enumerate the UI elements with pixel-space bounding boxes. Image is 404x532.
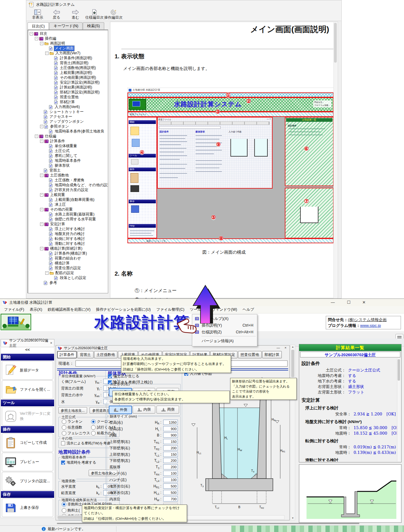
formula-radio[interactable]: フェレニウス — [62, 431, 90, 436]
sidebar-item-1[interactable]: ファイルを開く... — [2, 380, 53, 399]
tree-item[interactable]: 参考 — [28, 280, 108, 285]
value-input[interactable]: 100 — [163, 471, 178, 476]
tree-item[interactable]: 段落としの設定 — [28, 275, 108, 280]
value-input[interactable]: 900 — [163, 432, 178, 438]
wall-shape-button[interactable]: 両側 — [156, 406, 179, 414]
tree-item[interactable]: 滑動に対する検討 — [28, 241, 108, 246]
doc-tab-9[interactable]: 部材計算 — [262, 351, 282, 358]
expand-box-icon[interactable]: − — [45, 52, 49, 55]
tree-item[interactable]: −上載荷重 — [28, 192, 108, 197]
tree-item[interactable]: 凍上圧 — [28, 202, 108, 207]
tree-item[interactable]: 転倒に対する検討 — [28, 236, 108, 241]
angle-method-radio[interactable]: 飽和土( — [62, 508, 80, 513]
tree-item[interactable]: −安定計算 — [28, 222, 108, 226]
menu-item[interactable]: 表示(X) — [27, 306, 45, 313]
tree-item[interactable]: 躯体形状 — [28, 163, 108, 168]
value-input[interactable]: 900 — [163, 426, 178, 431]
doc-minimize-button[interactable]: — — [277, 346, 280, 349]
menu-item[interactable]: 鉄筋確認画面を前面に(V) — [45, 306, 93, 313]
value-input[interactable]: 200 — [163, 445, 178, 451]
doc-vertical-scrollbar[interactable]: ▲▼ — [290, 345, 295, 520]
sidebar-item-0[interactable]: 上書き保存 — [2, 498, 53, 517]
tree-item[interactable]: −参照ボタン — [28, 124, 108, 129]
tree-item[interactable]: 上載荷重(自動車荷重他) — [28, 197, 108, 202]
help-contents-tree[interactable]: −目次−操作編−画面説明メイン画面−入力画面(Ver7)計算条件(画面説明)背面… — [28, 30, 108, 293]
tree-item[interactable]: 安定計算設定(画面説明) — [28, 80, 108, 85]
tree-item[interactable]: 部材計算 — [28, 100, 108, 104]
tree-item[interactable]: −構造計算(部材計算) — [28, 246, 108, 251]
tree-item[interactable]: 地震時基本条件 — [28, 158, 108, 163]
maximize-button[interactable]: ☐ — [342, 299, 356, 306]
tree-item[interactable]: 背面土(画面説明) — [28, 60, 108, 65]
sidebar-item-0[interactable]: 新規データ — [2, 361, 53, 380]
sidebar-item-1[interactable]: プレビュー — [2, 453, 53, 471]
tree-item[interactable]: 浮上に対する検討 — [28, 226, 108, 231]
value-input[interactable]: 1350 — [163, 420, 178, 425]
results-scrollbar[interactable] — [397, 358, 401, 461]
tree-item[interactable]: 地盤支持力の検討 — [28, 231, 108, 236]
tree-item[interactable]: −操作編 — [28, 36, 108, 41]
program-link[interactable]: www.sipc.jp — [360, 323, 381, 328]
tree-item[interactable]: 土圧係数・摩擦角 — [28, 178, 108, 183]
tree-item[interactable]: 地震時基本条件(参照土地改良 — [28, 129, 108, 134]
value-input[interactable]: 200 — [163, 464, 178, 469]
help-toolbar-button[interactable]: ?操作編目次 — [104, 9, 123, 21]
value-input[interactable]: 150 — [163, 452, 178, 457]
document-tab[interactable]: サンプル2026030702偏土圧 × — [1, 339, 54, 346]
tree-item[interactable]: 上載荷重(画面説明) — [28, 70, 108, 75]
tree-item[interactable]: アクセスキー — [28, 114, 108, 119]
tree-item[interactable]: 側壁に作用する水平荷重 — [28, 217, 108, 222]
body-checkbox-1[interactable]: 地下水を考慮(浮上検討) — [108, 380, 152, 385]
value-input[interactable]: 200 — [163, 458, 178, 463]
tree-item[interactable]: −仕様編 — [28, 134, 108, 139]
tree-item[interactable]: その他荷重(画面説明) — [28, 75, 108, 80]
contact-link[interactable]: (株)システム情報企画 — [348, 317, 387, 322]
tree-item[interactable]: −入力画面(Ver7) — [28, 51, 108, 56]
tree-item[interactable]: 土圧係数他(画面説明) — [28, 65, 108, 70]
doc-tab-8[interactable]: 照査位置他 — [238, 351, 261, 358]
tree-item[interactable]: 計算条件(構造計算) — [28, 251, 108, 256]
tree-item[interactable]: アップダウンボタン — [28, 119, 108, 124]
help-toolbar-button[interactable]: 戻る — [47, 9, 66, 21]
tree-item[interactable]: メイン画面 — [28, 46, 108, 51]
wall-shape-button[interactable]: 外側 — [109, 406, 132, 414]
help-tab[interactable]: 目次(C) — [28, 22, 49, 30]
sidebar-item-2[interactable]: プリンタの設定... — [2, 472, 53, 490]
tree-item[interactable]: 部材計算設定(画面説明) — [28, 90, 108, 95]
help-tab[interactable]: キーワード(N) — [49, 22, 83, 30]
tree-item[interactable]: 土圧公式 — [28, 148, 108, 153]
expand-box-icon[interactable]: − — [35, 37, 38, 40]
flow-wear-checkbox[interactable]: 流水による摩耗(TW)を考慮 — [61, 441, 110, 446]
value-input[interactable]: 150 — [163, 439, 178, 444]
close-button[interactable]: ✕ — [357, 299, 371, 306]
tree-item[interactable]: 計算結果(画面説明) — [28, 85, 108, 90]
help-toolbar-button[interactable]: 仕様編目次 — [85, 9, 104, 21]
doc-tab-1[interactable]: 背面土 — [77, 351, 93, 358]
menu-item[interactable]: ファイル(F) — [1, 306, 27, 313]
tree-item[interactable]: 入力画面(Ver6) — [28, 104, 108, 109]
sidebar-item-0[interactable]: コピーして作成 — [2, 433, 53, 452]
tree-item[interactable]: 荷重の組合わせ — [28, 256, 108, 261]
help-toolbar-button[interactable]: 進む — [66, 9, 85, 21]
expand-box-icon[interactable]: − — [40, 247, 43, 250]
expand-box-icon[interactable]: − — [40, 193, 43, 197]
doc-tab-2[interactable]: 土圧係数他 — [94, 351, 117, 358]
tree-item[interactable]: −その他の荷重 — [28, 207, 108, 212]
wall-shape-button[interactable]: 内側 — [133, 406, 155, 414]
help-toolbar-button[interactable]: 非表示 — [28, 9, 47, 21]
tree-item[interactable]: −配筋の設定 — [28, 270, 108, 275]
doc-close-button[interactable]: × — [285, 346, 286, 349]
expand-box-icon[interactable]: − — [40, 139, 43, 143]
tree-item[interactable]: 単位体積重量 — [28, 143, 108, 148]
value-input[interactable]: 100 — [163, 477, 178, 482]
expand-box-icon[interactable]: − — [40, 125, 43, 128]
value-input[interactable]: 500 — [163, 483, 178, 489]
help-content-scrollbar[interactable] — [333, 22, 337, 298]
consider-seismic-checkbox[interactable]: 地震時を考慮する — [61, 460, 96, 465]
tree-item[interactable]: 許容支持力度の設定 — [28, 187, 108, 192]
expand-box-icon[interactable]: − — [40, 223, 43, 226]
value-input[interactable]: 500 — [163, 490, 178, 495]
menu-item[interactable]: ヘルプ — [240, 306, 257, 313]
value-input[interactable]: 700 — [163, 496, 178, 501]
tree-item[interactable]: 計算条件(画面説明) — [28, 56, 108, 60]
